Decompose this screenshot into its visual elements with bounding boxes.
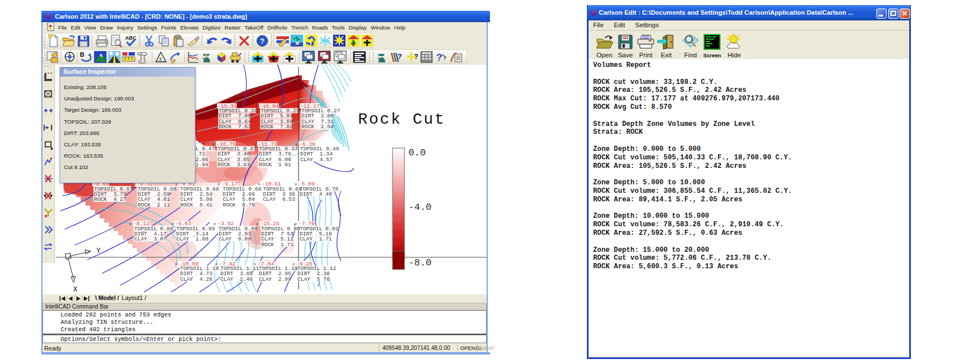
svg-text:x: x [215, 262, 218, 267]
svg-text:X: X [73, 285, 78, 294]
svg-text:x: x [254, 262, 256, 267]
svg-text:ROCK 1 61: ROCK 1 61 [259, 162, 291, 168]
svg-text:x: x [296, 104, 299, 109]
svg-text:x: x [292, 262, 295, 267]
svg-text:x: x [295, 142, 297, 147]
svg-text:CLAY 0.09: CLAY 0.09 [219, 236, 251, 242]
svg-text:x: x [214, 222, 216, 226]
svg-text:x: x [175, 262, 177, 267]
svg-text:x: x [295, 222, 297, 226]
svg-text:B: B [80, 51, 84, 58]
svg-text:ROCK 1 71: ROCK 1 71 [261, 242, 293, 248]
svg-text:CLAY 1.71: CLAY 1.71 [300, 236, 332, 242]
svg-text:x: x [129, 222, 131, 226]
svg-text:CLAY 2.46: CLAY 2.46 [220, 276, 253, 282]
svg-text:CLAY 4.57: CLAY 4.57 [300, 157, 333, 163]
svg-text:0.0: 0.0 [408, 147, 426, 158]
svg-text:CLAY 1.60: CLAY 1.60 [176, 236, 208, 242]
svg-text:Y: Y [96, 247, 101, 255]
svg-text:CLAY 4.26: CLAY 4.26 [180, 276, 212, 282]
svg-text:x: x [255, 104, 258, 109]
svg-text:x: x [256, 222, 258, 226]
svg-text:ROCK 7.02: ROCK 7.02 [261, 124, 293, 130]
svg-text:CLAY 6.53: CLAY 6.53 [263, 196, 295, 202]
svg-text:ROCK 7.63: ROCK 7.63 [219, 124, 251, 130]
svg-text:x: x [295, 182, 297, 187]
svg-text:?: ? [260, 37, 265, 45]
svg-text:DIRT 4 40: DIRT 4 40 [300, 191, 332, 197]
svg-text:x: x [171, 222, 173, 226]
svg-text:x: x [258, 182, 260, 187]
svg-text:-4.0: -4.0 [408, 202, 432, 213]
svg-text:ROCK 3.83: ROCK 3.83 [218, 162, 250, 168]
svg-text:x: x [214, 104, 216, 109]
svg-text:ROCK 2.58: ROCK 2.58 [301, 124, 334, 130]
svg-text:x: x [254, 142, 256, 147]
svg-text:ROCK 0.41: ROCK 0.41 [180, 202, 212, 208]
svg-text:CLAY 5 76: CLAY 5 76 [297, 276, 330, 282]
svg-text:x: x [218, 182, 220, 187]
svg-text:?: ? [436, 52, 442, 63]
svg-text:?: ? [398, 53, 402, 61]
svg-text:CLAY 2.99: CLAY 2.99 [259, 276, 291, 282]
svg-text:?: ? [414, 53, 418, 61]
svg-text:x: x [212, 142, 215, 147]
svg-text:ROCK 0.78: ROCK 0.78 [223, 202, 255, 208]
svg-text:z: z [159, 56, 162, 62]
svg-text:1.94: 1.94 [195, 162, 208, 168]
svg-text:-8.0: -8.0 [408, 258, 432, 268]
svg-text:ROCK 2 11: ROCK 2 11 [138, 202, 170, 208]
svg-text:CLAY 3.07: CLAY 3.07 [134, 236, 167, 242]
svg-text:ROCK 4 27: ROCK 4 27 [94, 196, 126, 202]
svg-text:Rock Cut: Rock Cut [358, 111, 445, 128]
